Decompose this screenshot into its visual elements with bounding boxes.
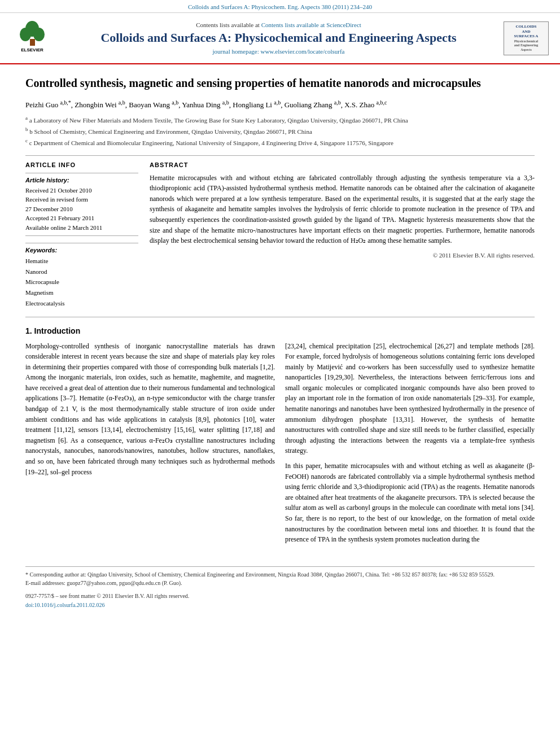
journal-logo-right: COLLOIDSANDSURFACES A Physicochemicaland… <box>501 21 549 55</box>
affiliations: a a Laboratory of New Fiber Materials an… <box>25 114 535 148</box>
copyright-note: 0927-7757/$ – see front matter © 2011 El… <box>25 592 535 600</box>
available-date: Available online 2 March 2011 <box>25 223 138 233</box>
intro-left-col: Morphology-controlled synthesis of inorg… <box>25 341 275 549</box>
keywords-label: Keywords: <box>25 247 138 254</box>
article-info-abstract: ARTICLE INFO Article history: Received 2… <box>25 161 535 309</box>
main-content: Controlled synthesis, magnetic and sensi… <box>0 64 560 619</box>
svg-rect-4 <box>30 39 35 46</box>
intro-section: 1. Introduction Morphology-controlled sy… <box>25 326 535 549</box>
keyword-nanorod: Nanorod <box>25 267 138 277</box>
left-col: ARTICLE INFO Article history: Received 2… <box>25 161 138 309</box>
keyword-microcapsule: Microcapsule <box>25 277 138 287</box>
authors: Peizhi Guo a,b,*, Zhongbin Wei a,b, Baoy… <box>25 98 535 111</box>
abstract-heading: ABSTRACT <box>150 161 535 168</box>
article-info-heading: ARTICLE INFO <box>25 161 138 168</box>
svg-point-2 <box>20 28 31 41</box>
journal-homepage: journal homepage: www.elsevier.com/locat… <box>56 48 501 55</box>
footer-section: * Corresponding author at: Qingdao Unive… <box>25 566 535 608</box>
keywords-box: Keywords: Hematite Nanorod Microcapsule … <box>25 243 138 308</box>
author-list: Peizhi Guo a,b,*, Zhongbin Wei a,b, Baoy… <box>25 101 387 109</box>
intro-right-col: [23,24], chemical precipitation [25], el… <box>285 341 535 549</box>
intro-left-para: Morphology-controlled synthesis of inorg… <box>25 341 275 478</box>
right-col: ABSTRACT Hematite microcapsules with and… <box>150 161 535 309</box>
email-note: E-mail addresses: guopz77@yahoo.com, pgu… <box>25 579 535 587</box>
keyword-hematite: Hematite <box>25 256 138 267</box>
abstract-text: Hematite microcapsules with and without … <box>150 173 535 246</box>
sciencedirect-link[interactable]: Contents lists available at ScienceDirec… <box>261 21 361 28</box>
page-wrapper: Colloids and Surfaces A: Physicochem. En… <box>0 0 560 747</box>
received-date: Received 21 October 2010 <box>25 186 138 195</box>
contents-line: Contents lists available at Contents lis… <box>56 21 501 28</box>
intro-right-para-2: In this paper, hematite microcapsules wi… <box>285 461 535 545</box>
affiliation-c: c c Department of Chemical and Biomolecu… <box>25 137 535 148</box>
top-bar: Colloids and Surfaces A: Physicochem. En… <box>0 0 560 13</box>
affiliation-a: a a Laboratory of New Fiber Materials an… <box>25 114 535 125</box>
keyword-electrocatalysis: Electrocatalysis <box>25 298 138 309</box>
intro-section-title: 1. Introduction <box>25 326 535 335</box>
intro-right-para-1: [23,24], chemical precipitation [25], el… <box>285 341 535 457</box>
journal-citation: Colloids and Surfaces A: Physicochem. En… <box>188 3 372 10</box>
keyword-magnetism: Magnetism <box>25 287 138 298</box>
divider-1 <box>25 155 535 156</box>
abstract-copyright: © 2011 Elsevier B.V. All rights reserved… <box>150 252 535 259</box>
doi-line: doi:10.1016/j.colsurfa.2011.02.026 <box>25 602 535 608</box>
article-title: Controlled synthesis, magnetic and sensi… <box>25 76 535 90</box>
revised-label: Received in revised form <box>25 195 138 204</box>
article-history-label: Article history: <box>25 177 138 184</box>
article-info-box: Article history: Received 21 October 201… <box>25 173 138 237</box>
revised-date: 27 December 2010 <box>25 204 138 214</box>
affiliation-b: b b School of Chemistry, Chemical Engine… <box>25 125 535 137</box>
journal-title: Colloids and Surfaces A: Physicochemical… <box>56 30 501 45</box>
divider-2 <box>25 317 535 317</box>
journal-header: ELSEVIER Contents lists available at Con… <box>0 13 560 64</box>
journal-logo-box: COLLOIDSANDSURFACES A Physicochemicaland… <box>504 21 549 55</box>
accepted-date: Accepted 21 February 2011 <box>25 213 138 223</box>
journal-title-block: Contents lists available at Contents lis… <box>56 21 501 54</box>
svg-text:ELSEVIER: ELSEVIER <box>21 47 43 53</box>
corresponding-author-note: * Corresponding author at: Qingdao Unive… <box>25 570 535 579</box>
intro-two-col: Morphology-controlled synthesis of inorg… <box>25 341 535 549</box>
elsevier-logo: ELSEVIER <box>11 19 56 58</box>
